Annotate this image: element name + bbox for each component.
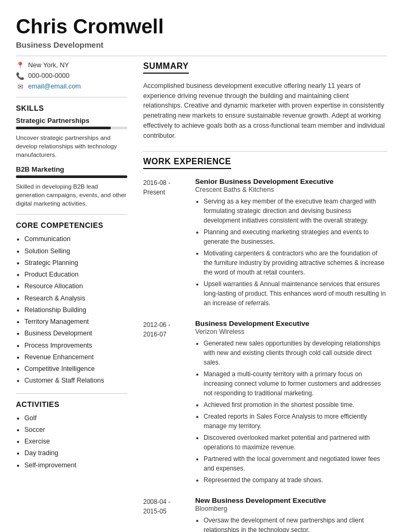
competencies-list: Communication Solution Selling Strategic… — [16, 234, 127, 386]
left-column: 📍 New York, NY 📞 000-000-0000 ✉ email@em… — [16, 61, 127, 532]
job-2-company: Verizon Wireless — [195, 328, 387, 335]
contact-location: 📍 New York, NY — [16, 61, 127, 69]
job-3-title: New Business Development Executive — [195, 496, 387, 504]
main-columns: 📍 New York, NY 📞 000-000-0000 ✉ email@em… — [16, 61, 387, 532]
skill-1-bar-fill — [16, 127, 111, 129]
job-1: 2016-08 - Present Senior Business Develo… — [143, 178, 387, 310]
activities-list: Golf Soccer Exercise Day trading Self-im… — [16, 413, 127, 471]
job-2: 2012-06 - 2016-07 Business Development E… — [143, 320, 387, 487]
list-item: Soccer — [24, 424, 127, 436]
job-2-details: Business Development Executive Verizon W… — [195, 320, 387, 487]
list-item: Business Development — [24, 328, 127, 339]
list-item: Motivating carpenters & contractors who … — [204, 249, 387, 277]
resume-wrapper: Chris Cromwell Business Development 📍 Ne… — [0, 0, 403, 532]
right-column: SUMMARY Accomplished business developmen… — [143, 61, 387, 532]
phone-icon: 📞 — [16, 72, 24, 80]
job-3-date-start: 2008-04 - — [143, 497, 186, 507]
list-item: Discovered overlooked market potential a… — [204, 433, 387, 452]
summary-title: SUMMARY — [143, 61, 189, 74]
list-item: Solution Selling — [24, 246, 127, 257]
location-text: New York, NY — [28, 61, 69, 69]
list-item: Strategic Planning — [24, 258, 127, 269]
email-icon: ✉ — [16, 83, 24, 91]
job-1-bullets: Serving as a key member of the executive… — [195, 197, 387, 308]
work-top-divider — [143, 151, 387, 152]
list-item: Generated new sales opportunities by dev… — [204, 339, 387, 367]
job-2-date-end: 2016-07 — [143, 330, 186, 339]
list-item: Communication — [24, 234, 127, 245]
location-icon: 📍 — [16, 61, 24, 69]
list-item: Serving as a key member of the executive… — [204, 197, 387, 225]
list-item: Planning and executing marketing strateg… — [204, 227, 387, 246]
skill-2-name: B2B Marketing — [16, 165, 127, 173]
job-1-date-end: Present — [143, 188, 186, 197]
skill-2-bar-fill — [16, 175, 127, 178]
contact-phone: 📞 000-000-0000 — [16, 72, 127, 80]
list-item: Partnered with the local government and … — [204, 454, 387, 473]
list-item: Oversaw the development of new partnersh… — [204, 516, 387, 532]
list-item: Relationship Building — [24, 305, 127, 316]
phone-text: 000-000-0000 — [28, 72, 69, 79]
list-item: Day trading — [24, 448, 127, 459]
skills-divider — [16, 97, 127, 97]
list-item: Created reports in Sales Force Analysis … — [204, 412, 387, 431]
skill-1-bar-bg — [16, 127, 127, 129]
skill-1-desc: Uncover strategic partnerships and devel… — [16, 134, 127, 159]
job-1-date-start: 2016-08 - — [143, 178, 186, 188]
list-item: Competitive Intelligence — [24, 363, 127, 375]
job-2-title: Business Development Executive — [195, 320, 387, 327]
job-3-company: Bloomberg — [195, 505, 387, 512]
contact-email[interactable]: ✉ email@email.com — [16, 83, 127, 91]
list-item: Customer & Staff Relations — [24, 375, 127, 386]
list-item: Golf — [24, 413, 127, 424]
job-2-date-start: 2012-06 - — [143, 320, 186, 330]
list-item: Represented the company at trade shows. — [204, 475, 387, 485]
activities-divider — [16, 393, 127, 394]
main-divider — [16, 56, 387, 56]
skill-1-name: Strategic Partnerships — [16, 117, 127, 125]
job-3-bullets: Oversaw the development of new partnersh… — [195, 516, 387, 532]
list-item: Product Education — [24, 269, 127, 280]
list-item: Resource Allocation — [24, 281, 127, 292]
list-item: Managed a multi-county territory with a … — [204, 369, 387, 398]
summary-section: SUMMARY Accomplished business developmen… — [143, 61, 387, 141]
job-3-details: New Business Development Executive Bloom… — [195, 496, 387, 532]
job-2-dates: 2012-06 - 2016-07 — [143, 320, 186, 487]
list-item: Upsell warranties & Annual maintenance s… — [204, 279, 387, 308]
job-1-dates: 2016-08 - Present — [143, 178, 186, 310]
email-link[interactable]: email@email.com — [28, 83, 81, 90]
list-item: Process Improvements — [24, 340, 127, 351]
list-item: Exercise — [24, 436, 127, 447]
candidate-title: Business Development — [16, 40, 387, 49]
summary-text: Accomplished business development execut… — [143, 81, 387, 141]
skill-2-bar-bg — [16, 175, 127, 178]
work-experience-section: WORK EXPERIENCE 2016-08 - Present Senior… — [143, 157, 387, 532]
activities-section-title: ACTIVITIES — [16, 400, 127, 409]
job-1-details: Senior Business Development Executive Cr… — [195, 178, 387, 310]
list-item: Revenue Enhancement — [24, 352, 127, 363]
skill-2-desc: Skilled in developing B2B lead generatio… — [16, 182, 127, 208]
competencies-divider — [16, 214, 127, 215]
header-section: Chris Cromwell Business Development — [16, 16, 387, 49]
candidate-name: Chris Cromwell — [16, 16, 387, 38]
job-1-title: Senior Business Development Executive — [195, 178, 387, 185]
list-item: Territory Management — [24, 316, 127, 327]
job-2-bullets: Generated new sales opportunities by dev… — [195, 339, 387, 485]
list-item: Research & Analysis — [24, 293, 127, 304]
work-section-title: WORK EXPERIENCE — [143, 157, 231, 169]
job-3-dates: 2008-04 - 2015-05 — [143, 496, 186, 532]
competencies-section-title: CORE COMPETENCIES — [16, 221, 127, 229]
skills-section-title: SKILLS — [16, 104, 127, 112]
job-1-company: Crescent Baths & Kitchens — [195, 186, 387, 193]
job-3: 2008-04 - 2015-05 New Business Developme… — [143, 496, 387, 532]
list-item: Achieved first promotion in the shortest… — [204, 400, 387, 410]
list-item: Self-improvement — [24, 460, 127, 471]
job-3-date-end: 2015-05 — [143, 507, 186, 516]
